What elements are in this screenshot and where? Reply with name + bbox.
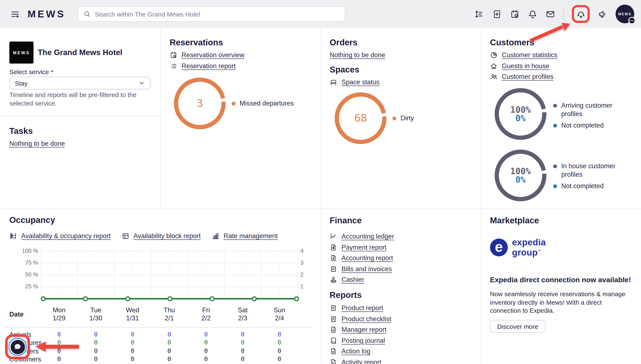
link-accounting-ledger[interactable]: Accounting ledger xyxy=(342,233,394,240)
inhouse-legend: In house customer profiles Not completed xyxy=(553,162,634,190)
chat-launcher[interactable] xyxy=(8,337,28,357)
marketplace-title: Marketplace xyxy=(490,215,539,226)
link-cashier[interactable]: Cashier xyxy=(342,276,364,284)
orders-title: Orders xyxy=(330,37,385,48)
link-rate-management[interactable]: Rate management xyxy=(224,232,278,240)
missed-departures-gauge: 3 xyxy=(173,77,226,130)
legend-label: Not completed xyxy=(561,182,604,190)
topbar-divider xyxy=(563,8,564,20)
y2-axis-label: 1 xyxy=(300,283,303,290)
menu-icon[interactable] xyxy=(10,9,20,19)
link-activity-report[interactable]: Activity report xyxy=(342,358,381,364)
legend-label: In house customer profiles xyxy=(561,162,634,179)
y-axis-label: 100 % xyxy=(22,248,38,254)
mews-wordmark: MEWS xyxy=(28,8,66,20)
reservations-title: Reservations xyxy=(170,37,244,48)
table-row: Arrivals 0 0 0 0 0 0 0 xyxy=(9,330,313,339)
annotation-arrow-help xyxy=(526,19,577,44)
line-chart-icon xyxy=(330,233,337,240)
link-product-checklist[interactable]: Product checklist xyxy=(342,315,391,323)
link-action-log[interactable]: Action log xyxy=(342,348,370,355)
global-search[interactable] xyxy=(77,6,345,22)
chevron-down-icon xyxy=(138,80,145,86)
link-accounting-report[interactable]: Accounting report xyxy=(342,254,393,262)
link-availability-occupancy-report[interactable]: Availability & occupancy report xyxy=(21,232,111,240)
receipt-icon xyxy=(330,304,337,312)
megaphone-icon[interactable] xyxy=(598,9,607,19)
pie-chart-icon xyxy=(490,51,498,59)
service-select[interactable]: Stay xyxy=(9,77,151,90)
bar-chart-icon xyxy=(212,232,219,240)
legend-label: Not completed xyxy=(561,121,604,130)
occupancy-section: Occupancy Availability & occupancy repor… xyxy=(9,215,278,240)
link-customer-profiles[interactable]: Customer profiles xyxy=(502,73,553,80)
search-input[interactable] xyxy=(94,10,340,18)
expedia-line1: expedia xyxy=(512,238,546,246)
link-space-status[interactable]: Space status xyxy=(342,78,380,86)
receipt-icon xyxy=(330,315,337,323)
y-axis-label: 25 % xyxy=(25,283,38,290)
avatar[interactable]: MEWS MEWS xyxy=(615,5,634,23)
finance-title: Finance xyxy=(330,215,394,226)
divider-v1 xyxy=(160,28,161,208)
users-icon xyxy=(490,73,498,80)
add-box-icon[interactable] xyxy=(492,9,502,19)
link-customer-statistics[interactable]: Customer statistics xyxy=(502,51,557,59)
link-product-report[interactable]: Product report xyxy=(342,304,383,312)
divider-v3 xyxy=(481,28,481,364)
annotation-arrow-chat xyxy=(32,338,81,355)
dirty-spaces-gauge: 68 xyxy=(334,92,387,144)
headset-icon[interactable] xyxy=(576,9,586,19)
legend-dot xyxy=(553,104,557,108)
expedia-group-logo: e expedia group™ xyxy=(490,238,546,257)
tasks-nothing-link[interactable]: Nothing to be done xyxy=(9,140,65,148)
doc-wave-icon xyxy=(330,358,337,364)
timeline-sort-icon[interactable] xyxy=(474,9,484,19)
marketplace-headline: Expedia direct connection now available! xyxy=(490,276,631,284)
legend-dot xyxy=(553,124,557,127)
marketplace-section: Marketplace xyxy=(490,215,539,226)
reservations-legend: Missed departures xyxy=(232,99,294,108)
gauge-primary: 100% xyxy=(510,105,531,114)
gauge-value: 3 xyxy=(197,98,203,109)
dashboard-page: MEWS MEWS MEWS MEWS The Grand Mews xyxy=(0,0,641,364)
expedia-line2: group xyxy=(512,248,538,257)
calendar-eye-icon[interactable] xyxy=(510,9,520,19)
link-reservation-overview[interactable]: Reservation overview xyxy=(182,51,244,59)
spaces-legend: Dirty xyxy=(392,114,414,122)
chat-focus-ring xyxy=(9,338,27,356)
chat-bubble-icon xyxy=(14,343,22,351)
link-reservation-report[interactable]: Reservation report xyxy=(182,62,236,70)
gauge-secondary: 0% xyxy=(515,176,526,184)
legend-label: Dirty xyxy=(401,114,414,122)
table-divider xyxy=(4,327,313,328)
link-availability-block-report[interactable]: Availability block report xyxy=(134,232,201,240)
link-posting-journal[interactable]: Posting journal xyxy=(342,337,385,344)
select-helper-text: Timeline and reports will be pre-filtere… xyxy=(9,91,155,107)
tasks-title: Tasks xyxy=(9,126,33,136)
link-guests-in-house[interactable]: Guests in house xyxy=(502,62,549,70)
link-payment-report[interactable]: Payment report xyxy=(342,244,387,251)
select-service-label: Select service * xyxy=(9,68,53,76)
occupancy-chart: 100 % 75 % 50 % 25 % 4 3 2 1 xyxy=(0,244,316,307)
property-name: The Grand Mews Hotel xyxy=(38,48,122,57)
mail-icon[interactable] xyxy=(545,9,555,19)
divider-h-main xyxy=(0,208,641,209)
y2-axis-label: 2 xyxy=(300,272,303,278)
property-logo: MEWS xyxy=(9,42,34,64)
link-manager-report[interactable]: Manager report xyxy=(342,326,387,334)
legend-dot xyxy=(232,102,235,105)
avatar-label: MEWS xyxy=(618,12,632,16)
orders-section: Orders Nothing to be done Spaces Space s… xyxy=(330,37,385,86)
legend-dot xyxy=(553,184,557,188)
reservations-section: Reservations Reservation overview Reserv… xyxy=(170,37,244,70)
search-icon xyxy=(83,10,91,18)
doc-plusminus-icon xyxy=(330,254,337,262)
discover-more-button[interactable]: Discover more xyxy=(490,320,545,333)
y-axis-label: 75 % xyxy=(25,260,38,266)
y2-axis-label: 3 xyxy=(300,260,303,266)
bell-icon[interactable] xyxy=(528,9,537,19)
link-orders-nothing[interactable]: Nothing to be done xyxy=(330,51,385,59)
link-bills-invoices[interactable]: Bills and invoices xyxy=(342,265,392,273)
divider-v2 xyxy=(321,28,321,364)
